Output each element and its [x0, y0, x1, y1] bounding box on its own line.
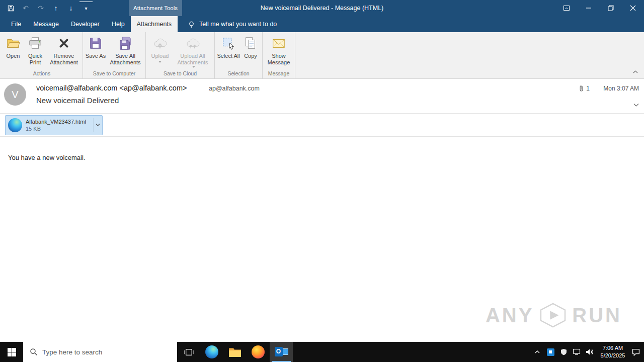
- start-button[interactable]: [0, 342, 23, 362]
- attachment-filename: Alfabank_VM23437.html: [26, 119, 93, 125]
- watermark-any-text: ANY: [486, 304, 534, 327]
- close-icon: [630, 5, 636, 11]
- copy-label: Copy: [244, 53, 257, 59]
- edge-html-file-icon: [8, 118, 22, 132]
- copy-button[interactable]: Copy: [240, 33, 261, 69]
- tab-attachments[interactable]: Attachments: [131, 16, 178, 32]
- attachment-count: 1: [579, 84, 590, 92]
- chevron-up-icon: [633, 70, 638, 74]
- watermark-run-text: RUN: [572, 304, 622, 327]
- tab-help[interactable]: Help: [106, 16, 131, 32]
- minimize-icon: [586, 5, 592, 11]
- tray-network-button[interactable]: [571, 342, 583, 362]
- show-message-envelope-icon: [271, 35, 287, 51]
- paperclip-icon: [579, 84, 584, 92]
- remove-attachment-label: Remove Attachment: [47, 53, 81, 66]
- printer-icon: [27, 35, 43, 51]
- taskbar-outlook-button[interactable]: O: [270, 342, 293, 362]
- attachment-dropdown-button[interactable]: [93, 118, 102, 132]
- clock-time: 7:06 AM: [597, 344, 629, 352]
- attachment-item[interactable]: Alfabank_VM23437.html 15 KB: [5, 115, 103, 135]
- avatar-initial: V: [12, 89, 18, 101]
- taskbar-file-explorer-button[interactable]: [223, 342, 247, 362]
- undo-button[interactable]: ↶: [19, 2, 32, 15]
- open-button[interactable]: Open: [3, 33, 24, 69]
- tray-app-button[interactable]: [544, 342, 556, 362]
- search-icon: [30, 348, 38, 356]
- ribbon-tab-row: File Message Developer Help Attachments …: [0, 16, 644, 32]
- sender-address[interactable]: voicemail@alfabank.com <ap@alfabank.com>: [36, 84, 187, 92]
- group-label-message: Message: [264, 70, 293, 78]
- tray-volume-button[interactable]: [584, 342, 596, 362]
- quick-print-label: Quick Print: [24, 53, 47, 66]
- customize-quick-access-button[interactable]: ▾: [79, 2, 93, 15]
- save-button[interactable]: [4, 2, 17, 15]
- tab-file[interactable]: File: [5, 16, 27, 32]
- ribbon-group-message: Show Message Message: [263, 32, 295, 78]
- task-view-icon: [184, 347, 194, 357]
- remove-attachment-button[interactable]: Remove Attachment: [47, 33, 81, 69]
- action-center-button[interactable]: [630, 342, 642, 362]
- search-input[interactable]: [42, 348, 163, 356]
- file-explorer-icon: [228, 347, 242, 357]
- window-title: New voicemail Delivered - Message (HTML): [0, 0, 644, 16]
- group-label-actions: Actions: [3, 70, 81, 78]
- recipient-address[interactable]: ap@alfabank.com: [209, 85, 260, 92]
- tab-message[interactable]: Message: [27, 16, 65, 32]
- tray-expand-button[interactable]: [531, 342, 543, 362]
- window-controls: [555, 0, 644, 16]
- collapse-ribbon-button[interactable]: [631, 68, 640, 75]
- expand-header-button[interactable]: [633, 100, 639, 109]
- redo-button[interactable]: ↷: [34, 2, 47, 15]
- ribbon-group-actions: Open Quick Print Remove Attachment Actio…: [1, 32, 83, 78]
- minimize-button[interactable]: [578, 0, 600, 16]
- remove-x-icon: [56, 35, 72, 51]
- upload-all-attachments-label: Upload All Attachments: [173, 53, 213, 66]
- taskbar-search-box[interactable]: [23, 342, 177, 362]
- ribbon-group-save-to-cloud: Upload Upload All Attachments Save to Cl…: [146, 32, 215, 78]
- clock-date: 5/20/2025: [597, 352, 629, 359]
- select-all-icon: [220, 35, 236, 51]
- chevron-up-icon: [534, 349, 540, 355]
- task-view-button[interactable]: [177, 342, 200, 362]
- tray-security-button[interactable]: [557, 342, 570, 362]
- select-all-button[interactable]: Select All: [216, 33, 240, 69]
- lightbulb-icon: [188, 21, 195, 28]
- taskbar-firefox-button[interactable]: [247, 342, 270, 362]
- outlook-message-window: ↶ ↷ ↑ ↓ ▾ Attachment Tools New voicemail…: [0, 0, 644, 362]
- quick-print-button[interactable]: Quick Print: [24, 33, 47, 69]
- previous-item-button[interactable]: ↑: [49, 2, 62, 15]
- group-label-save-to-cloud: Save to Cloud: [147, 70, 213, 78]
- save-all-attachments-button[interactable]: Save All Attachments: [107, 33, 144, 69]
- upload-label: Upload: [151, 53, 169, 59]
- taskbar-edge-button[interactable]: [200, 342, 223, 362]
- save-as-button[interactable]: Save As: [85, 33, 107, 69]
- next-item-button[interactable]: ↓: [64, 2, 77, 15]
- ribbon-display-options-icon: [563, 5, 570, 12]
- system-tray: 7:06 AM 5/20/2025: [531, 342, 644, 362]
- ribbon-group-save-to-computer: Save As Save All Attachments Save to Com…: [83, 32, 146, 78]
- ribbon-display-options-button[interactable]: [555, 0, 578, 16]
- upload-all-cloud-icon: [185, 35, 201, 51]
- upload-dropdown-icon: [158, 61, 162, 63]
- taskbar-clock[interactable]: 7:06 AM 5/20/2025: [597, 344, 629, 359]
- save-all-icon: [117, 35, 133, 51]
- message-subject: New voicemail Delivered: [36, 96, 119, 105]
- received-time: Mon 3:07 AM: [603, 85, 639, 92]
- sender-avatar[interactable]: V: [4, 83, 26, 106]
- anyrun-logo-icon: [539, 303, 567, 328]
- open-folder-icon: [5, 35, 21, 51]
- titlebar: ↶ ↷ ↑ ↓ ▾ Attachment Tools New voicemail…: [0, 0, 644, 16]
- save-all-attachments-label: Save All Attachments: [107, 53, 144, 66]
- show-message-button[interactable]: Show Message: [264, 33, 293, 69]
- ethernet-icon: [573, 348, 581, 355]
- select-all-label: Select All: [217, 53, 239, 59]
- save-icon: [7, 5, 15, 12]
- restore-button[interactable]: [600, 0, 622, 16]
- windows-logo-icon: [8, 348, 16, 356]
- close-button[interactable]: [622, 0, 644, 16]
- speaker-icon: [586, 348, 594, 355]
- tell-me-box[interactable]: Tell me what you want to do: [188, 16, 277, 32]
- upload-button: Upload: [147, 33, 173, 69]
- tab-developer[interactable]: Developer: [65, 16, 106, 32]
